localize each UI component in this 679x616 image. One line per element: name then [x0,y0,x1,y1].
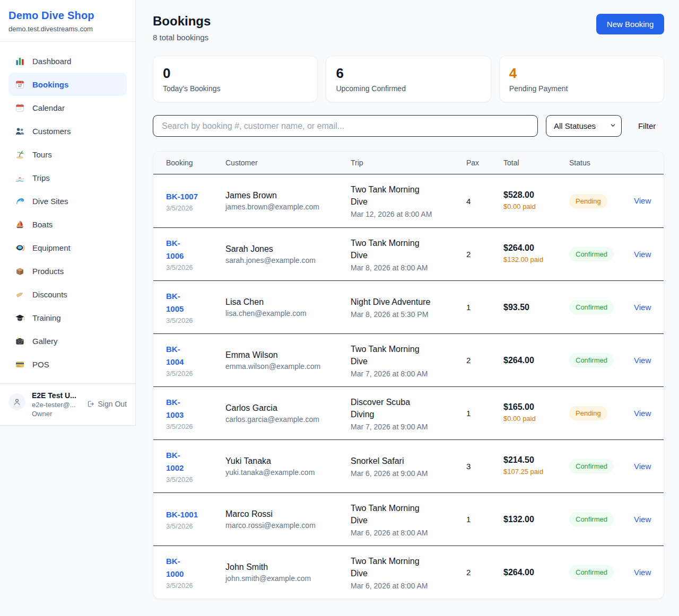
customer-email: sarah.jones@example.com [225,256,351,265]
nav-item-label: Boats [32,220,53,229]
sidebar-nav-item[interactable]: Calendar [8,96,127,119]
sidebar-nav-item[interactable]: POS [8,353,127,376]
customer-email: marco.rossi@example.com [225,521,351,530]
sidebar-nav-item[interactable]: Equipment [8,236,127,259]
customer-name: Yuki Tanaka [225,456,351,466]
total-amount: $93.50 [503,303,569,312]
status-cell: Pending [569,194,626,208]
status-filter-select[interactable]: All Statuses [546,115,622,137]
booking-id-link[interactable]: BK- 1004 [166,343,225,368]
table-body: BK-1007 3/5/2026 James Brown james.brown… [153,174,664,599]
sidebar-nav-item[interactable]: Training [8,306,127,329]
trip-date: Mar 8, 2026 at 5:30 PM [351,310,466,319]
status-badge: Pending [569,194,607,208]
view-link[interactable]: View [626,568,651,577]
sidebar-nav-item[interactable]: Tours [8,143,127,166]
user-name: E2E Test U... [32,391,80,400]
toolbar: All Statuses Filter [153,115,664,137]
nav-item-label: POS [32,360,49,369]
sidebar-nav-item[interactable]: Gallery [8,329,127,353]
search-input[interactable] [153,115,538,137]
nav-item-label: Dashboard [32,57,71,66]
booking-row: BK-1001 3/5/2026 Marco Rossi marco.rossi… [153,492,664,545]
pax-cell: 1 [466,303,503,312]
nav-item-icon [15,149,25,160]
sidebar-nav-item[interactable]: Discounts [8,283,127,306]
sidebar-nav-item[interactable]: Trips [8,166,127,189]
sidebar-nav-item[interactable]: Boats [8,213,127,236]
sidebar-nav-item[interactable]: Dive Sites [8,189,127,213]
stat-card: 6 Upcoming Confirmed [326,56,491,102]
nav-item-icon [15,126,25,136]
booking-id-link[interactable]: BK- 1005 [166,290,225,315]
trip-cell: Two Tank Morning Dive Mar 6, 2026 at 8:0… [351,502,466,537]
booking-id-link[interactable]: BK- 1000 [166,555,225,580]
view-link[interactable]: View [626,196,651,205]
stat-value: 4 [509,65,654,82]
total-amount: $264.00 [503,568,569,577]
customer-email: carlos.garcia@example.com [225,415,351,424]
trip-date: Mar 12, 2026 at 8:00 AM [351,210,466,218]
user-section: E2E Test U... e2e-tester@... Owner Sign … [0,383,135,425]
booking-date: 3/5/2026 [166,582,225,589]
view-link[interactable]: View [626,303,651,312]
trip-name: Two Tank Morning Dive [351,237,436,261]
status-cell: Confirmed [569,512,626,526]
sign-out-label: Sign Out [98,400,127,408]
customer-name: Carlos Garcia [225,403,351,413]
nav-item-icon [15,80,25,90]
nav-item-label: Products [32,267,64,276]
brand: Demo Dive Shop demo.test.divestreams.com [0,0,135,42]
pax-cell: 4 [466,197,503,206]
total-cell: $165.00 $0.00 paid [503,402,569,424]
customer-email: emma.wilson@example.com [225,362,351,371]
customer-cell: Lisa Chen lisa.chen@example.com [225,297,351,318]
total-amount: $264.00 [503,243,569,253]
booking-id-link[interactable]: BK- 1002 [166,449,225,474]
trip-name: Snorkel Safari [351,455,436,467]
stat-card: 0 Today's Bookings [153,56,318,102]
total-amount: $214.50 [503,455,569,465]
nav-item-icon [15,266,25,276]
view-link[interactable]: View [626,250,651,259]
nav-item-label: Gallery [32,337,58,346]
customer-cell: Sarah Jones sarah.jones@example.com [225,244,351,265]
customer-email: lisa.chen@example.com [225,309,351,318]
sidebar-nav-item[interactable]: Bookings [8,73,127,96]
nav-item-icon [15,173,25,183]
booking-date: 3/5/2026 [166,263,225,271]
filter-button[interactable]: Filter [630,121,664,130]
booking-id-link[interactable]: BK- 1006 [166,237,225,262]
paid-amount: $0.00 paid [503,414,544,424]
status-badge: Confirmed [569,459,614,473]
booking-cell: BK-1001 3/5/2026 [166,508,225,530]
new-booking-button[interactable]: New Booking [596,14,664,34]
bookings-table: Booking Customer Trip Pax Total Status B… [153,151,664,599]
customer-cell: Marco Rossi marco.rossi@example.com [225,509,351,530]
user-role: Owner [32,410,80,418]
view-link[interactable]: View [626,462,651,471]
sidebar-nav-item[interactable]: Customers [8,119,127,143]
nav-item-label: Customers [32,127,71,136]
booking-cell: BK- 1006 3/5/2026 [166,237,225,271]
booking-cell: BK- 1004 3/5/2026 [166,343,225,377]
view-link[interactable]: View [626,356,651,365]
sidebar-nav-item[interactable]: Dashboard [8,49,127,73]
customer-name: Lisa Chen [225,297,351,307]
booking-id-link[interactable]: BK-1001 [166,508,225,521]
total-amount: $132.00 [503,515,569,524]
trip-cell: Discover Scuba Diving Mar 7, 2026 at 9:0… [351,396,466,431]
nav-item-icon [15,196,25,206]
sign-out-button[interactable]: Sign Out [86,400,127,408]
nav-item-label: Dive Sites [32,197,68,206]
trip-date: Mar 6, 2026 at 8:00 AM [351,582,466,590]
sidebar-nav-item[interactable]: Products [8,259,127,283]
status-cell: Confirmed [569,459,626,473]
booking-id-link[interactable]: BK-1007 [166,190,225,203]
actions-cell: View [626,568,651,577]
view-link[interactable]: View [626,409,651,418]
trip-cell: Night Dive Adventure Mar 8, 2026 at 5:30… [351,296,466,319]
booking-id-link[interactable]: BK- 1003 [166,396,225,421]
view-link[interactable]: View [626,515,651,524]
booking-cell: BK- 1002 3/5/2026 [166,449,225,483]
